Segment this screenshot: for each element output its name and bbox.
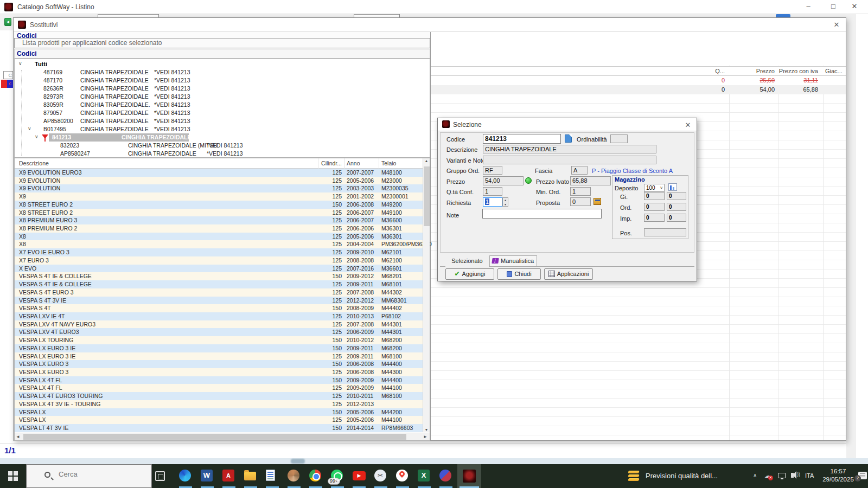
chart-icon[interactable] [668, 183, 677, 191]
taskbar-explorer[interactable] [240, 470, 261, 483]
taskbar-word[interactable]: W [196, 470, 218, 483]
applicazione-row[interactable]: X EVO 125 2007-2016 M36601 [15, 265, 423, 273]
qta-conf-field[interactable]: 1 [483, 187, 502, 196]
tree-row[interactable]: 82973R CINGHIA TRAPEZOIDALE *VEDI 841213 [15, 93, 430, 101]
selezione-titlebar[interactable]: Selezione ✕ [438, 118, 697, 131]
applicazione-row[interactable]: VESPA LX 4T FL 125 2009-2009 M44100 [15, 384, 423, 392]
volume-icon[interactable] [791, 473, 794, 478]
applicazione-row[interactable]: VESPA LX EURO 3 150 2006-2008 M44400 [15, 360, 423, 368]
taskbar-clock[interactable]: 16:57 29/05/2025 [819, 467, 857, 484]
col-descrizione[interactable]: Descrizione [19, 160, 49, 166]
proposta-field[interactable]: 0 [570, 197, 591, 206]
deposito-select[interactable]: 100 [644, 184, 665, 192]
applicazione-row[interactable]: X9 125 2001-2002 M2300001 [15, 192, 423, 201]
network-icon[interactable] [778, 473, 786, 478]
task-view-icon[interactable] [155, 471, 165, 481]
pos-field[interactable] [644, 228, 686, 236]
applicazione-row[interactable]: VESPA S 4T EURO 3 125 2007-2008 M44302 [15, 288, 423, 297]
gruppo-ord-field[interactable]: RF [483, 166, 502, 175]
tree-row[interactable]: 832023 CINGHIA TRAPEZOIDALE (MITSU *VEDI… [15, 142, 430, 150]
applicazione-row[interactable]: X7 EVO IE EURO 3 125 2009-2010 M62101 [15, 248, 423, 256]
applicazione-row[interactable]: VESPA LX EURO 3 125 2006-2008 M44300 [15, 368, 423, 376]
prezzo-field[interactable]: 54,00 [483, 176, 524, 185]
applicazione-row[interactable]: VESPA S 4T 150 2008-2009 M44402 [15, 304, 423, 312]
codice-field[interactable]: 841213 [483, 134, 561, 144]
magazzino-value-2[interactable]: 0 [667, 192, 686, 200]
close-button[interactable]: ✕ [845, 0, 864, 13]
applicazione-row[interactable]: VESPA S 4T IE & COLLEGE 125 2009-2011 M6… [15, 280, 423, 288]
taskbar-softway-active[interactable] [457, 464, 481, 488]
taskbar-document-app[interactable] [261, 470, 283, 483]
search-input[interactable] [59, 470, 140, 478]
magazzino-value-2[interactable]: 0 [667, 203, 686, 211]
minimize-button[interactable]: – [799, 0, 818, 13]
chevron-down-icon[interactable]: ∨ [28, 126, 31, 131]
tree-row[interactable]: 83059R CINGHIA TRAPEZOIDALE. *VEDI 84121… [15, 101, 430, 109]
prezzo-ivato-field[interactable]: 65,88 [570, 176, 611, 185]
vertical-scrollbar[interactable]: ▲ ▼ [423, 158, 430, 432]
tab-selezionato[interactable]: Selezionato [445, 255, 489, 267]
tray-chevron-up-icon[interactable]: ∧ [753, 472, 757, 478]
order-box-icon[interactable] [593, 198, 601, 205]
note-field[interactable] [482, 209, 602, 219]
applicazione-row[interactable]: X8 125 2005-2006 M36301 [15, 233, 423, 241]
tree-row[interactable]: 487170 CINGHIA TRAPEZOIDALE *VEDI 841213 [15, 76, 430, 85]
language-indicator[interactable]: ITA [805, 472, 814, 479]
taskbar-round-app[interactable] [435, 470, 457, 483]
tree-row[interactable]: AP8580200 CINGHIA TRAPEZOIDALE *VEDI 841… [15, 117, 430, 125]
magazzino-value-1[interactable]: 0 [644, 192, 665, 200]
start-button[interactable] [0, 464, 26, 488]
applicazione-row[interactable]: VESPA LXV 4T EURO3 125 2006-2009 M44301 [15, 328, 423, 336]
applicazione-row[interactable]: X8 STREET EURO 2 125 2006-2007 M49100 [15, 209, 423, 217]
applicazione-row[interactable]: X9 EVOLUTION EURO3 125 2007-2007 M48100 [15, 169, 423, 177]
notification-center-icon[interactable]: 2 [858, 472, 867, 479]
applicazione-row[interactable]: VESPA LX EURO 3 IE 125 2009-2011 M68100 [15, 352, 423, 361]
min-ord-field[interactable]: 1 [570, 187, 591, 196]
maximize-button[interactable]: □ [824, 0, 843, 13]
richiesta-spinner[interactable]: ▲▼ [502, 197, 508, 207]
ordinabilita-field[interactable] [610, 134, 628, 143]
applicazione-row[interactable]: X9 EVOLUTION 125 2005-2006 M23000 [15, 177, 423, 185]
col-telaio[interactable]: Telaio [381, 160, 396, 166]
applicazione-row[interactable]: VESPA LX 4T 3V IE - TOURING 125 2012-201… [15, 400, 423, 408]
chevron-down-icon[interactable]: ∨ [18, 61, 22, 66]
applicazione-row[interactable]: VESPA LXV 4T NAVY EURO3 125 2007-2008 M4… [15, 320, 423, 329]
scrollbar-thumb[interactable] [23, 434, 406, 440]
tree-row[interactable]: 82636R CINGHIA TRAPEZOIDALE *VEDI 841213 [15, 85, 430, 93]
spin-down-icon[interactable]: ▼ [504, 203, 507, 206]
applicazione-row[interactable]: X8 125 2004-2004 PM36200/PM36300 [15, 240, 423, 248]
taskbar-edge[interactable] [175, 470, 196, 483]
tree-row[interactable]: 487169 CINGHIA TRAPEZOIDALE *VEDI 841213 [15, 68, 430, 76]
back-button[interactable]: ◄ [4, 18, 11, 26]
aggiungi-button[interactable]: ✔Aggiungi [445, 268, 494, 280]
applicazioni-button[interactable]: Applicazioni [544, 268, 593, 280]
applicazione-row[interactable]: X7 EURO 3 125 2008-2008 M62100 [15, 256, 423, 265]
descrizione-field[interactable]: CINGHIA TRAPEZOIDALE [483, 145, 656, 153]
applicazione-row[interactable]: VESPA LT 4T 3V IE 150 2014-2014 RP8M6660… [15, 424, 423, 432]
taskbar-excel[interactable]: X [413, 470, 435, 483]
tree-row[interactable]: ∨ Tutti [15, 60, 430, 68]
taskbar-acrobat[interactable]: A [218, 470, 240, 483]
applicazione-row[interactable]: VESPA S 4T 3V IE 125 2012-2012 MM68301 [15, 297, 423, 305]
taskbar-maps[interactable] [392, 470, 413, 483]
applicazione-row[interactable]: VESPA LX 4T EURO3 TOURING 125 2010-2011 … [15, 392, 423, 400]
taskbar-paint-app[interactable] [283, 470, 305, 483]
horizontal-scrollbar[interactable]: ◄ ► [15, 433, 430, 440]
applicazione-row[interactable]: X9 EVOLUTION 125 2003-2003 M2300035 [15, 184, 423, 192]
applicazione-row[interactable]: VESPA LX TOURING 150 2010-2012 M68200 [15, 336, 423, 344]
spin-up-icon[interactable]: ▲ [504, 198, 507, 202]
taskbar-chrome[interactable] [305, 470, 327, 483]
applicazione-row[interactable]: X8 PREMIUM EURO 2 125 2006-2006 M36301 [15, 224, 423, 233]
applicazione-row[interactable]: X8 PREMIUM EURO 3 125 2006-2007 M36600 [15, 216, 423, 224]
chiudi-button[interactable]: Chiudi [497, 268, 541, 280]
scroll-down-icon[interactable]: ▼ [423, 428, 430, 432]
applicazione-row[interactable]: X8 STREET EURO 2 150 2006-2008 M49200 [15, 201, 423, 209]
tree-row[interactable]: ∨ 841213 CINGHIA TRAPEZOIDALE [15, 133, 430, 142]
applicazione-row[interactable]: VESPA LX 150 2005-2006 M44200 [15, 408, 423, 416]
scroll-right-icon[interactable]: ► [423, 434, 427, 439]
taskbar-youtube[interactable]: ▶ [348, 470, 370, 483]
close-icon[interactable]: ✕ [682, 120, 694, 130]
close-icon[interactable]: ✕ [831, 20, 843, 30]
sostitutivi-titlebar[interactable]: Sostitutivi ✕ [14, 18, 846, 32]
magazzino-value-1[interactable]: 0 [644, 203, 665, 211]
